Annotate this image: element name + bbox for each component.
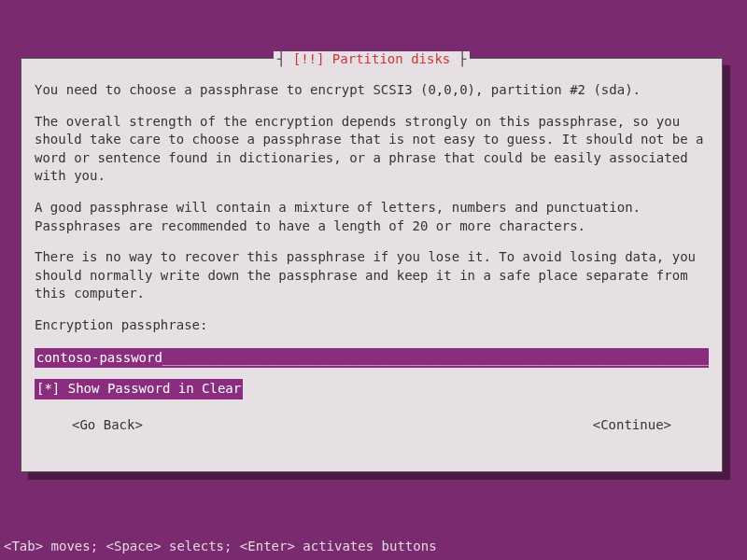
passphrase-field-label: Encryption passphrase: <box>35 316 709 335</box>
dialog-title: Partition disks <box>332 51 450 66</box>
show-password-checkbox[interactable]: [*] Show Password in Clear <box>35 379 243 399</box>
passphrase-input-value: contoso-password <box>36 350 162 365</box>
input-padding: ________________________________________… <box>162 350 709 365</box>
partition-disks-dialog: You need to choose a passphrase to encry… <box>21 58 723 472</box>
passphrase-input[interactable]: contoso-password________________________… <box>35 348 709 369</box>
checkbox-mark: [*] <box>36 381 60 396</box>
paragraph-good-passphrase: A good passphrase will contain a mixture… <box>35 199 709 235</box>
checkbox-label: Show Password in Clear <box>68 381 241 396</box>
dialog-title-row: ┤ [!!] Partition disks ├ <box>21 50 723 69</box>
footer-hint: <Tab> moves; <Space> selects; <Enter> ac… <box>4 538 437 556</box>
go-back-button[interactable]: <Go Back> <box>72 416 143 435</box>
title-bracket-left: ┤ <box>277 51 293 66</box>
continue-button[interactable]: <Continue> <box>593 416 671 435</box>
paragraph-intro: You need to choose a passphrase to encry… <box>35 81 709 100</box>
button-row: <Go Back> <Continue> <box>35 416 709 435</box>
paragraph-no-recovery: There is no way to recover this passphra… <box>35 248 709 303</box>
title-bracket-right: ├ <box>450 51 466 66</box>
paragraph-strength: The overall strength of the encryption d… <box>35 113 709 186</box>
title-urgency-marker: [!!] <box>293 51 325 66</box>
